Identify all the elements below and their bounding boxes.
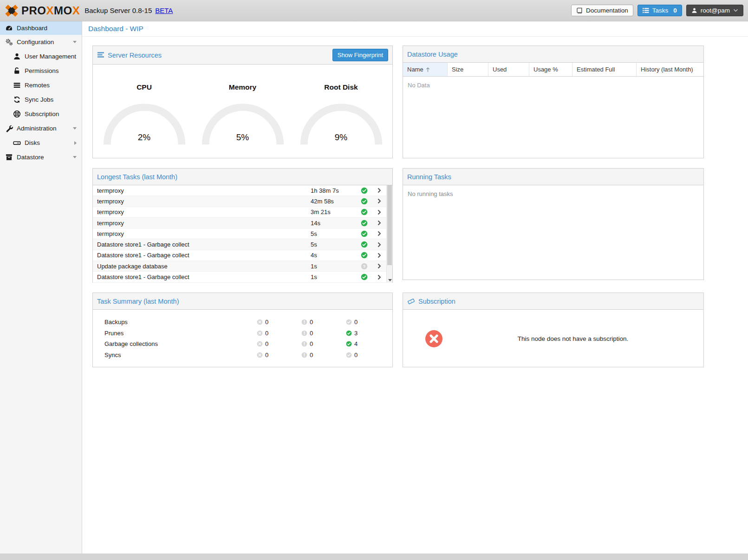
sidebar-item-permissions[interactable]: Permissions xyxy=(0,64,82,78)
task-status-icon: ? xyxy=(357,252,371,259)
server-resources-header: Server Resources Show Fingerprint xyxy=(93,46,392,65)
warning-count-cell: 0 xyxy=(301,330,346,337)
exclamation-circle-icon xyxy=(301,352,307,358)
bottom-strip xyxy=(0,553,748,560)
topbar: PROXMOX Backup Server 0.8-15 BETA Docume… xyxy=(0,0,748,21)
scrollbar-down-arrow-icon[interactable] xyxy=(388,279,392,281)
tasks-button[interactable]: Tasks 0 xyxy=(637,5,682,16)
collapse-arrow-icon[interactable] xyxy=(73,41,77,43)
tasks-count-badge: 0 xyxy=(673,7,677,14)
open-task-chevron[interactable] xyxy=(371,209,387,215)
svg-text:?: ? xyxy=(363,264,365,268)
sidebar-item-datastore[interactable]: Datastore xyxy=(0,150,82,164)
running-tasks-header: Running Tasks xyxy=(403,169,703,185)
times-circle-icon xyxy=(257,341,263,347)
task-row[interactable]: termproxy 3m 21s ? xyxy=(93,207,386,218)
remotes-icon xyxy=(13,81,21,89)
ok-count-cell: 0 xyxy=(346,352,390,358)
task-summary-row[interactable]: Garbage collections 0 0 4 xyxy=(93,339,392,350)
sidebar-item-administration[interactable]: Administration xyxy=(0,121,82,136)
error-count-cell: 0 xyxy=(257,330,301,337)
life-ring-icon xyxy=(13,110,21,118)
longest-tasks-header: Longest Tasks (last Month) xyxy=(93,169,392,185)
open-task-chevron[interactable] xyxy=(371,187,387,194)
warning-count-cell: 0 xyxy=(301,319,346,326)
sidebar: Dashboard Configuration User Management … xyxy=(0,21,82,553)
wrench-icon xyxy=(5,124,13,132)
open-task-chevron[interactable] xyxy=(371,252,387,259)
column-header-history[interactable]: History (last Month) xyxy=(637,63,703,76)
hdd-icon xyxy=(13,139,21,147)
times-circle-icon xyxy=(257,352,263,358)
warning-count-cell: 0 xyxy=(301,340,346,347)
collapse-arrow-icon[interactable] xyxy=(73,127,77,130)
proxmox-x-icon xyxy=(5,4,19,18)
subscription-header: Subscription xyxy=(403,293,703,310)
archive-icon xyxy=(5,153,13,161)
task-row[interactable]: Datastore store1 - Garbage collect 5s ? xyxy=(93,239,386,250)
unlock-icon xyxy=(13,67,21,75)
submenu-arrow-icon[interactable] xyxy=(74,141,77,145)
open-task-chevron[interactable] xyxy=(371,198,387,204)
task-row[interactable]: Datastore store1 - Garbage collect 1s ? xyxy=(93,272,386,282)
datastore-usage-column-headers: Name Size Used Usage % Estimated Full Hi… xyxy=(403,63,703,77)
ticket-icon xyxy=(407,298,415,305)
task-row[interactable]: termproxy 42m 58s ? xyxy=(93,196,386,207)
documentation-button[interactable]: Documentation xyxy=(571,5,633,16)
task-row[interactable]: termproxy 14s ? xyxy=(93,218,386,228)
times-circle-icon xyxy=(257,319,263,325)
task-summary-row[interactable]: Backups 0 0 0 xyxy=(93,317,392,328)
proxmox-logo: PROXMOX xyxy=(5,4,80,18)
task-status-icon: ? xyxy=(357,241,371,248)
sidebar-item-sync-jobs[interactable]: Sync Jobs xyxy=(0,92,82,107)
server-bars-icon xyxy=(97,52,104,59)
sidebar-item-configuration[interactable]: Configuration xyxy=(0,35,82,49)
column-header-estimated-full[interactable]: Estimated Full xyxy=(572,63,637,76)
sidebar-item-subscription[interactable]: Subscription xyxy=(0,107,82,121)
scrollbar-thumb[interactable] xyxy=(387,185,392,265)
open-task-chevron[interactable] xyxy=(371,263,387,269)
task-row[interactable]: Update package database 1s ? xyxy=(93,261,386,272)
task-row[interactable]: Datastore store1 - Garbage collect 4s ? xyxy=(93,250,386,261)
check-circle-icon xyxy=(346,319,352,325)
open-task-chevron[interactable] xyxy=(371,230,387,237)
tachometer-icon xyxy=(5,24,13,32)
task-summary-row[interactable]: Syncs 0 0 0 xyxy=(93,350,392,361)
sidebar-item-disks[interactable]: Disks xyxy=(0,136,82,150)
column-header-name[interactable]: Name xyxy=(403,63,448,76)
running-tasks-empty-text: No running tasks xyxy=(403,185,703,280)
column-header-usage-pct[interactable]: Usage % xyxy=(529,63,572,76)
open-task-chevron[interactable] xyxy=(371,241,387,248)
task-summary-row[interactable]: Prunes 0 0 3 xyxy=(93,328,392,339)
column-header-size[interactable]: Size xyxy=(448,63,488,76)
task-summary-panel: Task Summary (last Month) Backups 0 0 xyxy=(92,293,393,367)
task-row[interactable]: termproxy 1h 38m 7s ? xyxy=(93,185,386,196)
column-header-used[interactable]: Used xyxy=(488,63,529,76)
error-count-cell: 0 xyxy=(257,319,301,326)
task-row[interactable]: termproxy 5s ? xyxy=(93,228,386,239)
task-status-icon: ? xyxy=(357,208,371,215)
sidebar-item-dashboard[interactable]: Dashboard xyxy=(0,21,82,35)
show-fingerprint-button[interactable]: Show Fingerprint xyxy=(332,49,388,61)
check-circle-icon xyxy=(346,330,352,336)
open-task-chevron[interactable] xyxy=(371,220,387,226)
task-list-icon xyxy=(643,7,649,13)
user-menu-button[interactable]: root@pam xyxy=(686,5,743,16)
warning-count-cell: 0 xyxy=(301,352,346,358)
subscription-panel: Subscription This node does not have a s… xyxy=(403,293,704,367)
sidebar-item-remotes[interactable]: Remotes xyxy=(0,78,82,92)
check-circle-icon xyxy=(346,341,352,347)
server-resources-panel: Server Resources Show Fingerprint CPU 2% xyxy=(92,46,393,158)
exclamation-circle-icon xyxy=(301,319,307,325)
running-tasks-panel: Running Tasks No running tasks xyxy=(403,168,704,280)
task-status-icon: ? xyxy=(357,273,371,280)
scrollbar[interactable] xyxy=(386,185,392,283)
task-summary-header: Task Summary (last Month) xyxy=(93,293,392,310)
beta-link[interactable]: BETA xyxy=(155,7,173,14)
open-task-chevron[interactable] xyxy=(371,274,387,280)
exclamation-circle-icon xyxy=(301,341,307,347)
sidebar-item-user-management[interactable]: User Management xyxy=(0,49,82,64)
cpu-gauge: CPU 2% xyxy=(98,83,190,158)
collapse-arrow-icon[interactable] xyxy=(73,156,77,158)
user-icon xyxy=(13,52,21,60)
